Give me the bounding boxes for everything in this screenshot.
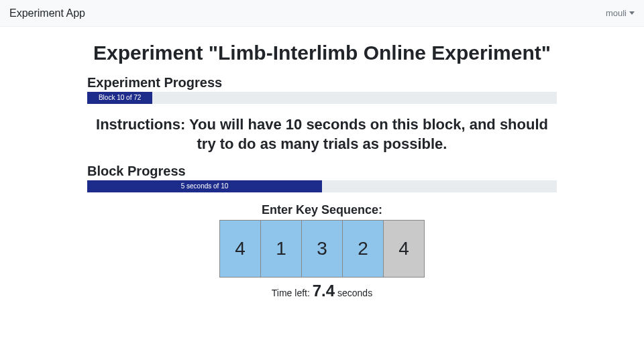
block-progress-fill: 5 seconds of 10 <box>87 180 322 192</box>
navbar: Experiment App mouli <box>0 0 644 27</box>
sequence-cell[interactable]: 3 <box>301 220 343 278</box>
sequence-cell[interactable]: 4 <box>219 220 261 278</box>
sequence-cell[interactable]: 1 <box>260 220 302 278</box>
sequence-cell[interactable]: 2 <box>342 220 384 278</box>
user-name: mouli <box>606 8 627 18</box>
sequence-row: 4 1 3 2 4 <box>87 220 557 278</box>
experiment-progress-fill: Block 10 of 72 <box>87 92 152 104</box>
block-progress-bar: 5 seconds of 10 <box>87 180 557 192</box>
time-left-value: 7.4 <box>313 282 335 300</box>
experiment-progress-bar: Block 10 of 72 <box>87 92 557 104</box>
user-menu[interactable]: mouli <box>606 8 635 18</box>
brand-link[interactable]: Experiment App <box>9 7 85 19</box>
time-left-prefix: Time left: <box>272 288 313 298</box>
time-left-suffix: seconds <box>335 288 372 298</box>
time-left: Time left: 7.4 seconds <box>87 282 557 300</box>
block-progress-label: Block Progress <box>87 164 557 179</box>
sequence-cell[interactable]: 4 <box>383 220 425 278</box>
sequence-label: Enter Key Sequence: <box>87 203 557 217</box>
main-container: Experiment "Limb-Interlimb Online Experi… <box>87 27 557 300</box>
page-title: Experiment "Limb-Interlimb Online Experi… <box>87 40 557 66</box>
instructions-text: Instructions: You will have 10 seconds o… <box>87 115 557 154</box>
chevron-down-icon <box>629 11 635 15</box>
experiment-progress-label: Experiment Progress <box>87 75 557 90</box>
